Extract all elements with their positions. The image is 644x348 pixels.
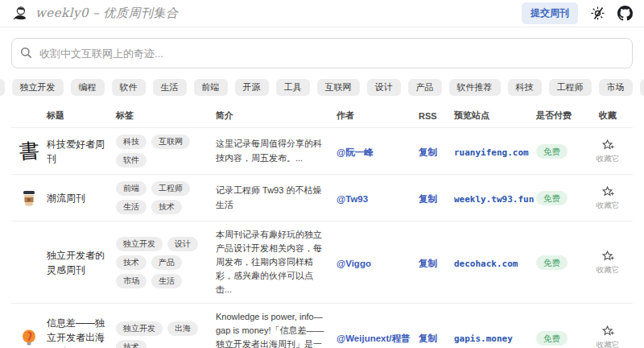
row-tag[interactable]: 独立开发 — [116, 237, 163, 251]
weekly-description: 这里记录每周值得分享的科技内容，周五发布。... — [216, 137, 336, 164]
row-tag[interactable]: 软件 — [116, 153, 147, 168]
filter-tag[interactable]: 生活 — [153, 79, 187, 96]
filter-tag[interactable]: 软件推荐 — [449, 79, 501, 96]
weekly-title: 信息差——独立开发者出海周刊 — [47, 316, 116, 348]
free-badge: 免费 — [536, 255, 568, 271]
orange-bulb-logo-icon — [19, 328, 39, 347]
free-badge: 免费 — [536, 144, 568, 160]
row-tag[interactable]: 生活 — [116, 200, 147, 214]
coffee-cup-icon — [19, 188, 39, 208]
weekly-table: 标题 标签 简介 作者 RSS 预览站点 是否付费 收藏 書 科技爱好者周刊 科… — [0, 104, 644, 348]
filter-tag[interactable]: 技术 — [0, 79, 5, 96]
author-link[interactable]: @Weijunext/程普 — [336, 334, 411, 343]
writer-logo-icon — [11, 5, 29, 23]
weekly-title: 潮流周刊 — [47, 191, 116, 205]
favorite-button[interactable]: 收藏它 — [583, 139, 633, 164]
filter-tag[interactable]: 软件 — [112, 79, 146, 96]
favorite-label: 收藏它 — [597, 201, 620, 211]
weekly-title: 独立开发者的灵感周刊 — [47, 248, 116, 277]
row-tag[interactable]: 技术 — [116, 255, 147, 270]
weekly-description: 记录工程师 Tw93 的不枯燥生活 — [216, 184, 336, 211]
favorite-label: 收藏它 — [597, 340, 620, 348]
free-badge: 免费 — [536, 191, 568, 206]
row-tag[interactable]: 互联网 — [151, 135, 190, 149]
top-header: weekly0 – 优质周刊集合 提交周刊 — [0, 0, 644, 27]
rss-copy-link[interactable]: 复制 — [419, 147, 437, 157]
col-header-paid: 是否付费 — [536, 110, 583, 122]
table-row: 信息差——独立开发者出海周刊 独立开发 出海 技术 Knowledge is p… — [11, 303, 633, 348]
author-link[interactable]: @Tw93 — [336, 194, 368, 204]
favorite-label: 收藏它 — [597, 154, 620, 164]
site-link[interactable]: weekly.tw93.fun — [454, 194, 534, 205]
row-tag[interactable]: 工程师 — [151, 181, 190, 196]
rss-copy-link[interactable]: 复制 — [419, 334, 437, 343]
col-header-fav: 收藏 — [583, 110, 633, 122]
row-tag[interactable]: 技术 — [116, 340, 147, 348]
star-plus-icon — [601, 139, 615, 152]
star-plus-icon — [601, 325, 615, 338]
row-tag[interactable]: 生活 — [151, 274, 182, 288]
col-header-author: 作者 — [336, 110, 419, 122]
row-tag[interactable]: 独立开发 — [116, 321, 163, 336]
row-tag[interactable]: 技术 — [151, 200, 182, 214]
search-bar — [11, 38, 633, 68]
rss-copy-link[interactable]: 复制 — [419, 194, 437, 204]
theme-toggle-sun-icon[interactable] — [591, 6, 605, 20]
shu-calligraphy-icon: 書 — [19, 140, 40, 162]
table-row: 潮流周刊 前端 工程师 生活 技术 记录工程师 Tw93 的不枯燥生活 @Tw9… — [11, 174, 633, 221]
favorite-button[interactable]: 收藏它 — [583, 325, 633, 348]
weekly-description: 本周刊记录有趣好玩的独立产品设计开发相关内容，每周发布，往期内容同样精彩，感兴趣… — [216, 228, 336, 296]
favorite-label: 收藏它 — [597, 265, 620, 276]
search-input[interactable] — [11, 38, 633, 68]
filter-tag[interactable]: 互联网 — [317, 79, 360, 96]
filter-tag[interactable]: 编程 — [71, 79, 105, 96]
row-tag[interactable]: 出海 — [167, 321, 198, 336]
star-plus-icon — [601, 250, 615, 263]
table-row: 書 科技爱好者周刊 科技 互联网 软件 这里记录每周值得分享的科技内容，周五发布… — [11, 127, 633, 174]
weekly-description: Knowledge is power, info—gap is money!「信… — [216, 310, 336, 348]
filter-tag[interactable]: 科技 — [508, 79, 542, 96]
search-icon — [20, 47, 32, 59]
col-header-rss: RSS — [419, 111, 454, 121]
row-tag[interactable]: 市场 — [116, 274, 147, 288]
filter-tag[interactable]: 产品 — [408, 79, 442, 96]
site-link[interactable]: gapis.money — [454, 334, 513, 344]
row-tag[interactable]: 前端 — [116, 181, 147, 196]
github-icon[interactable] — [617, 6, 633, 21]
filter-tag[interactable]: 独立开发 — [12, 79, 64, 96]
site-link[interactable]: decohack.com — [454, 259, 518, 269]
filter-tag[interactable]: 设计 — [367, 79, 401, 96]
col-header-desc: 简介 — [216, 110, 336, 122]
site-link[interactable]: ruanyifeng.com — [454, 147, 529, 158]
author-link[interactable]: @阮一峰 — [336, 147, 374, 157]
rss-copy-link[interactable]: 复制 — [419, 259, 437, 268]
filter-tag[interactable]: 开源 — [235, 79, 269, 96]
col-header-site: 预览站点 — [454, 110, 536, 122]
row-tag[interactable]: 科技 — [116, 135, 147, 149]
filter-tag[interactable]: 市场 — [599, 79, 633, 96]
star-plus-icon — [601, 185, 615, 199]
col-header-title: 标题 — [47, 110, 116, 122]
author-link[interactable]: @Viggo — [336, 259, 371, 268]
weekly-title: 科技爱好者周刊 — [47, 137, 116, 166]
filter-tag[interactable]: 工程师 — [549, 79, 592, 96]
favorite-button[interactable]: 收藏它 — [583, 185, 633, 211]
filter-tag[interactable]: 前端 — [194, 79, 228, 96]
filter-tag[interactable]: 工具 — [276, 79, 310, 96]
favorite-button[interactable]: 收藏它 — [583, 250, 633, 276]
table-header-row: 标题 标签 简介 作者 RSS 预览站点 是否付费 收藏 — [11, 104, 633, 127]
col-header-tags: 标签 — [116, 110, 216, 122]
free-badge: 免费 — [536, 331, 568, 346]
filter-tags-row: 技术 独立开发 编程 软件 生活 前端 开源 工具 互联网 设计 产品 软件推荐… — [0, 79, 644, 96]
submit-weekly-button[interactable]: 提交周刊 — [522, 2, 578, 24]
filter-tag[interactable]: 出海 — [640, 79, 644, 96]
table-row: 独立开发者的灵感周刊 独立开发 设计 技术 产品 市场 生活 本周刊记录有趣好玩… — [11, 221, 633, 303]
row-tag[interactable]: 设计 — [167, 237, 198, 251]
row-tag[interactable]: 产品 — [151, 255, 182, 270]
page-title: weekly0 – 优质周刊集合 — [35, 6, 179, 21]
